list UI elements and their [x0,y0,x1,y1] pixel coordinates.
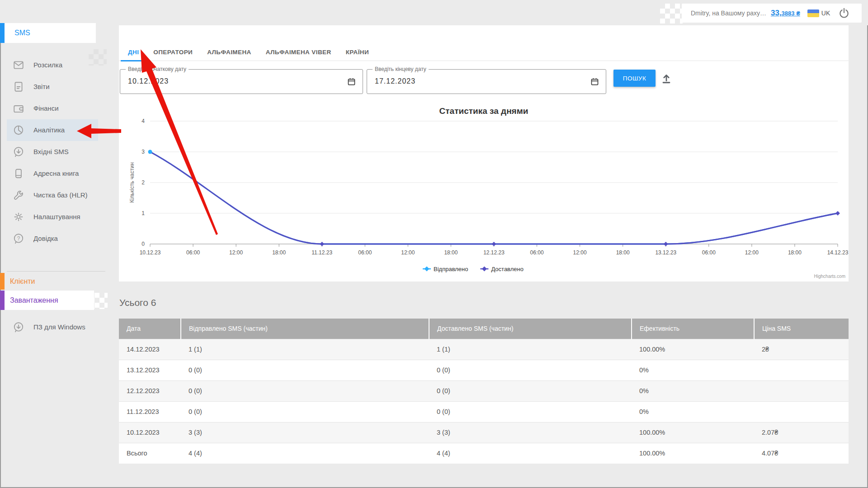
table-cell: 11.12.2023 [119,401,181,422]
chart-svg: Статистика за днями01234Кількість частин… [119,101,849,282]
power-logout-icon[interactable] [838,7,850,19]
sidebar-item[interactable]: Фінанси [0,98,108,119]
sidebar-item[interactable]: Аналітика [7,119,98,141]
tab-дні[interactable]: ДНІ [121,43,146,61]
sidebar: SMS Розсилка Звіти Фінанси Аналітика Вхі… [0,25,108,488]
table-row: 14.12.20231 (1)1 (1)100.00%2₴ [119,339,849,360]
x-axis-tick-label: 12:00 [573,249,587,256]
wrench-icon [13,189,24,201]
sidebar-item-clients[interactable]: Клієнти [0,273,108,290]
table-row: 11.12.20230 (0)0 (0)0% [119,401,849,422]
sidebar-item-label: Адресна книга [33,168,79,179]
table-row: 13.12.20230 (0)0 (0)0% [119,360,849,380]
table-cell: 100.00% [632,339,754,360]
x-axis-tick-label: 14.12.23 [827,249,849,256]
sidebar-item-software[interactable]: ПЗ для Windows [0,316,108,338]
sidebar-item-label: Довідка [33,233,58,244]
sidebar-item[interactable]: Чистка баз (HLR) [0,184,108,206]
x-axis-tick-label: 10.12.23 [140,249,161,256]
data-point-marker [664,242,668,246]
sidebar-item-downloads[interactable]: Завантаження [0,291,94,310]
analytics-tabs: ДНІОПЕРАТОРИАЛЬФАІМЕНААЛЬФАІМЕНА VIBERКР… [119,43,849,61]
pie-chart-icon [13,124,24,136]
table-cell [754,380,849,401]
table-header-cell: Доставлено SMS (частин) [429,319,632,339]
highcharts-credits[interactable]: Highcharts.com [814,274,845,279]
table-cell [754,401,849,422]
x-axis-tick-label: 06:00 [358,249,372,256]
table-cell: 0 (0) [429,380,632,401]
balance-link[interactable]: 33,3883 ₴ [771,9,800,18]
table-cell: 12.12.2023 [119,380,181,401]
tab-альфаімена[interactable]: АЛЬФАІМЕНА [200,43,259,61]
sidebar-item[interactable]: ? Довідка [0,228,108,249]
data-point-marker [320,242,324,246]
x-axis-tick-label: 18:00 [616,249,630,256]
checker-decoration [660,4,683,23]
table-cell: 1 (1) [181,339,429,360]
envelope-icon [13,59,24,71]
download-circle-icon [13,321,24,333]
main-panel: ДНІОПЕРАТОРИАЛЬФАІМЕНААЛЬФАІМЕНА VIBERКР… [119,25,849,282]
table-head: ДатаВідправлено SMS (частин)Доставлено S… [119,319,849,339]
wallet-icon [13,103,24,114]
y-axis-tick-label: 3 [142,149,145,155]
table-cell: 14.12.2023 [119,339,181,360]
series-sent-line [150,152,838,244]
sidebar-item-label: Клієнти [10,277,35,286]
inbox-circle-icon [13,146,24,158]
end-date-field[interactable]: Введіть кінцеву дату 17.12.2023 [367,69,606,94]
end-date-value[interactable]: 17.12.2023 [375,77,415,85]
top-header: Dmitry, на Вашому раху… 33,3883 ₴ UK [0,0,868,25]
sidebar-menu: Розсилка Звіти Фінанси Аналітика Вхідні … [0,54,108,249]
x-axis-tick-label: 18:00 [272,249,286,256]
data-point-marker [492,242,496,246]
address-book-icon [13,168,24,179]
sidebar-item[interactable]: Звіти [0,76,108,98]
tab-оператори[interactable]: ОПЕРАТОРИ [146,43,200,61]
x-axis-tick-label: 12:00 [745,249,759,256]
legend-label: Відправлено [434,266,468,272]
table-cell: 4 (4) [181,443,429,464]
sidebar-section-sms[interactable]: SMS [0,23,96,43]
sidebar-item[interactable]: Розсилка [0,54,108,76]
sidebar-item[interactable]: Налаштування [0,206,108,228]
y-axis-tick-label: 1 [142,210,145,216]
language-selector[interactable]: UK [821,9,830,17]
table-cell: 4.07₴ [754,443,849,464]
gear-icon [13,211,24,223]
x-axis-tick-label: 06:00 [702,249,716,256]
sidebar-item-label: Аналітика [33,125,65,136]
calendar-icon[interactable] [590,77,599,86]
sidebar-item-label: ПЗ для Windows [33,322,85,333]
search-button[interactable]: ПОШУК [613,70,656,87]
table-cell: 100.00% [632,443,754,464]
start-date-label: Введіть початкову дату [126,66,189,72]
series-delivered-line [150,152,838,244]
x-axis-tick-label: 12:00 [229,249,243,256]
tab-країни[interactable]: КРАЇНИ [339,43,376,61]
start-date-value[interactable]: 10.12.2023 [128,77,169,85]
y-axis-tick-label: 2 [142,179,145,186]
y-axis-title: Кількість частин [129,162,135,203]
totals-heading: Усього 6 [119,297,156,308]
export-upload-icon[interactable] [660,72,673,85]
legend-item[interactable]: Доставлено [480,266,524,272]
table-cell: 0 (0) [429,401,632,422]
table-cell: 2₴ [754,339,849,360]
x-axis-tick-label: 18:00 [444,249,458,256]
ukraine-flag-icon[interactable] [807,9,819,17]
table-cell: 1 (1) [429,339,632,360]
x-axis-tick-label: 06:00 [530,249,544,256]
x-axis-tick-label: 18:00 [788,249,802,256]
legend-item[interactable]: Відправлено [423,266,468,272]
calendar-icon[interactable] [347,77,356,86]
statistics-table: ДатаВідправлено SMS (частин)Доставлено S… [119,319,849,464]
sidebar-item[interactable]: Адресна книга [0,163,108,184]
x-axis-tick-label: 11.12.23 [311,249,332,256]
table-row: Всього4 (4)4 (4)100.00%4.07₴ [119,443,849,464]
sidebar-item-label: Чистка баз (HLR) [33,190,88,201]
tab-альфаімена-viber[interactable]: АЛЬФАІМЕНА VIBER [259,43,339,61]
start-date-field[interactable]: Введіть початкову дату 10.12.2023 [120,69,363,94]
sidebar-item[interactable]: Вхідні SMS [0,141,108,163]
